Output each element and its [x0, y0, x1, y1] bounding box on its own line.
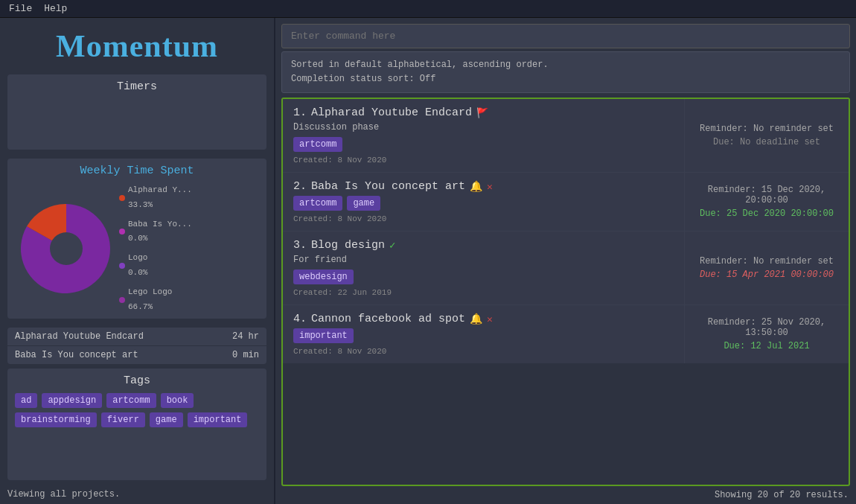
check-icon: ✓	[389, 239, 395, 252]
project-row[interactable]: 3. Blog design ✓ For friend webdesign Cr…	[283, 232, 849, 305]
project-title: 3. Blog design ✓	[293, 239, 674, 252]
project-created: Created: 22 Jun 2019	[293, 288, 674, 297]
project-name: Cannon facebook ad spot	[311, 313, 465, 325]
app-title: Momentum	[0, 18, 274, 70]
reminder-text: Reminder: 25 Nov 2020, 13:50:00	[695, 317, 838, 338]
weekly-section: Weekly Time Spent Alpharad Y...	[7, 159, 266, 319]
project-main: 1. Alpharad Youtube Endcard 🚩 Discussion…	[283, 99, 685, 172]
tag-book[interactable]: book	[161, 393, 194, 408]
projects-list[interactable]: 1. Alpharad Youtube Endcard 🚩 Discussion…	[281, 98, 850, 486]
time-project-1: Baba Is You concept art	[15, 350, 138, 360]
legend-logo: Logo0.0%	[119, 251, 192, 281]
command-input[interactable]	[281, 24, 850, 48]
tag-brainstorming[interactable]: brainstorming	[15, 412, 97, 427]
x-icon: ✕	[487, 313, 493, 325]
legend-label-logo: Logo0.0%	[128, 251, 147, 281]
time-table: Alpharad Youtube Endcard 24 hr Baba Is Y…	[7, 328, 266, 364]
legend-label-lego: Lego Logo66.7%	[128, 285, 172, 315]
project-title: 2. Baba Is You concept art 🔔✕	[293, 180, 674, 193]
timer-display	[15, 98, 259, 142]
project-title: 4. Cannon facebook ad spot 🔔✕	[293, 313, 674, 325]
project-number: 4.	[293, 313, 307, 325]
svg-point-0	[50, 232, 83, 265]
time-project-0: Alpharad Youtube Endcard	[15, 331, 144, 342]
project-created: Created: 8 Nov 2020	[293, 156, 674, 165]
left-panel: Momentum Timers Weekly Time Spent	[0, 18, 275, 504]
project-tag[interactable]: important	[293, 328, 354, 343]
project-tag[interactable]: webdesign	[293, 269, 354, 284]
project-main: 3. Blog design ✓ For friend webdesign Cr…	[283, 232, 685, 304]
legend-dot-baba	[119, 229, 125, 235]
legend-baba: Baba Is Yo...0.0%	[119, 217, 192, 247]
time-row-0: Alpharad Youtube Endcard 24 hr	[7, 328, 266, 346]
project-name: Baba Is You concept art	[311, 180, 465, 193]
tag-artcomm[interactable]: artcomm	[106, 393, 156, 408]
project-tags: artcomm	[293, 137, 674, 152]
project-phase: Discussion phase	[293, 122, 674, 133]
project-reminder-panel: Reminder: 25 Nov 2020, 13:50:00 Due: 12 …	[685, 305, 849, 363]
project-main: 4. Cannon facebook ad spot 🔔✕ important …	[283, 305, 685, 363]
tags-container: adappdesignartcommbookbrainstormingfiver…	[15, 393, 259, 427]
project-tags: artcommgame	[293, 196, 674, 211]
pie-chart	[18, 200, 115, 297]
reminder-text: Reminder: No reminder set	[695, 256, 838, 267]
project-reminder-panel: Reminder: No reminder set Due: No deadli…	[685, 99, 849, 172]
reminder-text: Reminder: No reminder set	[695, 124, 838, 134]
due-text: Due: No deadline set	[695, 137, 838, 147]
timers-title: Timers	[15, 80, 259, 93]
time-value-1: 0 min	[232, 350, 259, 360]
weekly-label-highlight: Time Spent	[127, 165, 194, 177]
due-text: Due: 15 Apr 2021 00:00:00	[695, 269, 838, 280]
project-tags: webdesign	[293, 269, 674, 284]
menu-file[interactable]: File	[9, 3, 32, 14]
legend-label-alpharad: Alpharad Y...33.3%	[128, 183, 192, 213]
reminder-text: Reminder: 15 Dec 2020, 20:00:00	[695, 185, 838, 205]
tag-appdesign[interactable]: appdesign	[42, 393, 102, 408]
project-phase: For friend	[293, 255, 674, 265]
project-reminder-panel: Reminder: No reminder set Due: 15 Apr 20…	[685, 232, 849, 304]
project-created: Created: 8 Nov 2020	[293, 347, 674, 356]
chart-area: Alpharad Y...33.3% Baba Is Yo...0.0% Log…	[15, 183, 259, 314]
project-row[interactable]: 4. Cannon facebook ad spot 🔔✕ important …	[283, 305, 849, 363]
view-status: Viewing all projects.	[0, 485, 274, 504]
menubar: File Help	[0, 0, 856, 18]
menu-help[interactable]: Help	[44, 3, 67, 14]
timers-section: Timers	[7, 74, 266, 150]
sort-info: Sorted in default alphabetical, ascendin…	[281, 51, 850, 93]
flag-icon: 🚩	[476, 107, 488, 119]
tag-important[interactable]: important	[188, 412, 248, 427]
time-value-0: 24 hr	[232, 331, 259, 342]
legend-lego: Lego Logo66.7%	[119, 285, 192, 315]
project-row[interactable]: 1. Alpharad Youtube Endcard 🚩 Discussion…	[283, 99, 849, 173]
due-text: Due: 12 Jul 2021	[695, 341, 838, 351]
project-created: Created: 8 Nov 2020	[293, 214, 674, 223]
results-status: Showing 20 of 20 results.	[275, 486, 856, 504]
sort-line1: Sorted in default alphabetical, ascendin…	[291, 58, 840, 72]
chart-legend: Alpharad Y...33.3% Baba Is Yo...0.0% Log…	[119, 183, 192, 314]
tags-section: Tags adappdesignartcommbookbrainstorming…	[7, 369, 266, 480]
project-number: 2.	[293, 180, 307, 193]
sort-line2: Completion status sort: Off	[291, 72, 840, 86]
tag-fiverr[interactable]: fiverr	[101, 412, 145, 427]
legend-label-baba: Baba Is Yo...0.0%	[128, 217, 192, 247]
project-reminder-panel: Reminder: 15 Dec 2020, 20:00:00 Due: 25 …	[685, 173, 849, 231]
due-text: Due: 25 Dec 2020 20:00:00	[695, 208, 838, 219]
tags-title: Tags	[15, 374, 259, 387]
tag-game[interactable]: game	[150, 412, 183, 427]
bell-icon: 🔔	[470, 313, 482, 325]
project-tags: important	[293, 328, 674, 343]
tag-ad[interactable]: ad	[15, 393, 37, 408]
main-layout: Momentum Timers Weekly Time Spent	[0, 18, 856, 504]
project-tag[interactable]: game	[347, 196, 380, 211]
weekly-title: Weekly Time Spent	[15, 165, 259, 177]
project-tag[interactable]: artcomm	[293, 137, 342, 152]
legend-dot-lego	[119, 297, 125, 303]
legend-dot-logo	[119, 263, 125, 269]
project-row[interactable]: 2. Baba Is You concept art 🔔✕ artcommgam…	[283, 173, 849, 232]
project-tag[interactable]: artcomm	[293, 196, 342, 211]
legend-alpharad: Alpharad Y...33.3%	[119, 183, 192, 213]
project-title: 1. Alpharad Youtube Endcard 🚩	[293, 106, 674, 119]
right-panel: Sorted in default alphabetical, ascendin…	[275, 18, 856, 504]
legend-dot-alpharad	[119, 195, 125, 201]
project-main: 2. Baba Is You concept art 🔔✕ artcommgam…	[283, 173, 685, 231]
